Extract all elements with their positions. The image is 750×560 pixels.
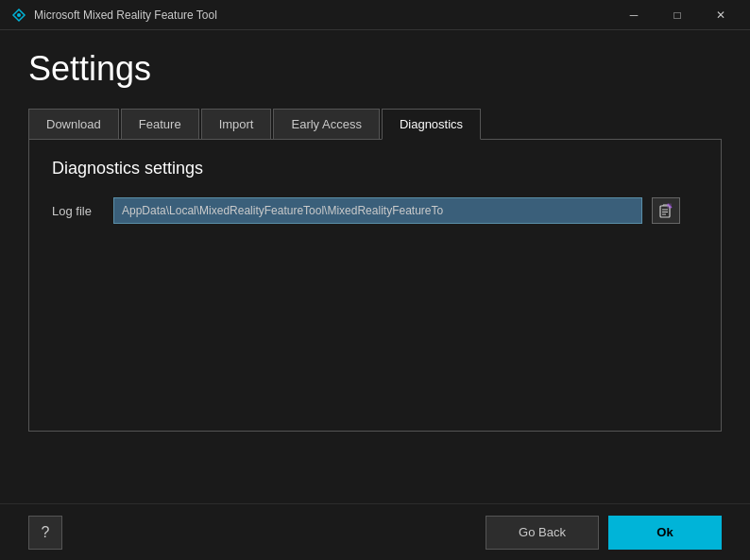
svg-point-1 bbox=[17, 13, 21, 17]
bottom-bar: ? Go Back Ok bbox=[0, 503, 750, 560]
page-title: Settings bbox=[28, 49, 722, 89]
go-back-button[interactable]: Go Back bbox=[486, 516, 599, 550]
log-file-browse-button[interactable] bbox=[652, 197, 680, 224]
window-title: Microsoft Mixed Reality Feature Tool bbox=[34, 8, 217, 22]
window-controls: ─ □ ✕ bbox=[612, 0, 742, 30]
log-file-input[interactable] bbox=[113, 197, 642, 224]
svg-rect-6 bbox=[667, 204, 672, 209]
app-icon bbox=[11, 8, 26, 23]
title-bar-left: Microsoft Mixed Reality Feature Tool bbox=[11, 8, 217, 23]
tab-early-access[interactable]: Early Access bbox=[273, 109, 379, 140]
bottom-right-buttons: Go Back Ok bbox=[486, 516, 722, 550]
tab-feature[interactable]: Feature bbox=[121, 109, 199, 140]
log-file-label: Log file bbox=[52, 204, 104, 218]
tab-download[interactable]: Download bbox=[28, 109, 119, 140]
ok-button[interactable]: Ok bbox=[608, 516, 722, 550]
tabs-container: Download Feature Import Early Access Dia… bbox=[28, 108, 722, 139]
tab-diagnostics[interactable]: Diagnostics bbox=[382, 109, 481, 140]
panel-title: Diagnostics settings bbox=[52, 159, 698, 178]
help-button[interactable]: ? bbox=[28, 516, 62, 550]
close-button[interactable]: ✕ bbox=[699, 0, 742, 30]
log-file-row: Log file bbox=[52, 197, 698, 224]
main-content: Settings Download Feature Import Early A… bbox=[0, 30, 750, 432]
diagnostics-panel: Diagnostics settings Log file bbox=[28, 139, 722, 432]
browse-icon bbox=[658, 203, 673, 218]
title-bar: Microsoft Mixed Reality Feature Tool ─ □… bbox=[0, 0, 750, 30]
maximize-button[interactable]: □ bbox=[656, 0, 699, 30]
minimize-button[interactable]: ─ bbox=[612, 0, 656, 30]
tab-import[interactable]: Import bbox=[201, 109, 272, 140]
